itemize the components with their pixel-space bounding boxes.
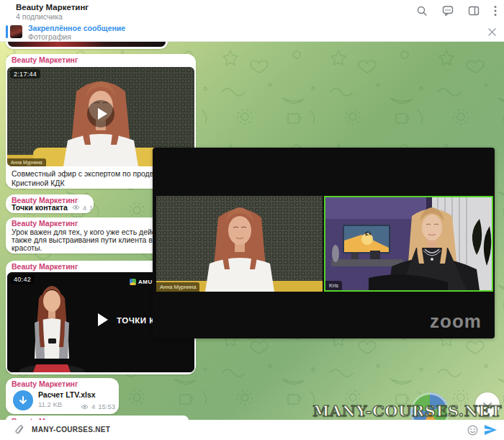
pinned-title: Закреплённое сообщение: [28, 24, 125, 32]
emoji-icon[interactable]: [467, 425, 478, 439]
views-count: 4: [83, 204, 86, 212]
message-file[interactable]: Beauty Маркетинг Расчет LTV.xlsx 11.2 KB…: [6, 378, 119, 414]
pinned-photo-thumbnail: [10, 25, 22, 38]
pinned-message-bar[interactable]: Закреплённое сообщение Фотография: [0, 22, 504, 42]
message-touchpoints[interactable]: Beauty Маркетинг Точки контакта 4 15:53: [6, 194, 94, 213]
file-name[interactable]: Расчет LTV.xlsx: [38, 390, 96, 399]
sender-name[interactable]: Beauty Маркетинг: [12, 262, 78, 271]
pinned-accent-bar: [6, 25, 8, 38]
views-count: 4: [91, 403, 95, 410]
pinned-subtitle: Фотография: [28, 32, 71, 41]
play-button[interactable]: [87, 100, 114, 127]
sender-name[interactable]: Beauty Маркетинг: [12, 219, 78, 228]
message-time: 15:53: [98, 403, 115, 410]
video-duration-badge: 2:17:44: [10, 69, 40, 78]
play-button[interactable]: [98, 313, 108, 326]
message-bold-text: Точки контакта: [12, 203, 68, 212]
sender-name[interactable]: Beauty Маркетинг: [12, 55, 78, 64]
send-button[interactable]: [484, 424, 498, 439]
amu-logo-icon: [130, 279, 136, 285]
zoom-participant-right-active: Kris: [324, 196, 493, 292]
channel-title[interactable]: Beauty Маркетинг: [16, 3, 89, 12]
search-icon[interactable]: [416, 5, 428, 17]
watermark-text: MANY-COURSES.NET: [312, 402, 502, 420]
participant-nametag: Анна Мурнина: [7, 158, 46, 166]
video-duration-badge: 40:42: [10, 274, 35, 284]
views-eye-icon: [81, 404, 89, 410]
participant-nametag: Kris: [325, 281, 342, 290]
participant-nametag: Анна Мурнина: [156, 282, 199, 292]
attach-paperclip-icon[interactable]: [14, 424, 25, 439]
views-eye-icon: [72, 205, 80, 210]
zoom-call-screenshot[interactable]: Анна Мурнина: [153, 148, 495, 338]
telegram-window: Beauty Маркетинг 4 подписчика Закреплённ…: [0, 0, 504, 440]
download-arrow-icon: [18, 395, 28, 405]
download-file-button[interactable]: [13, 390, 33, 410]
message-meta: 4 15:53: [72, 204, 94, 212]
partial-photo-message[interactable]: [6, 42, 168, 49]
chat-area: Beauty Маркетинг: [0, 42, 504, 420]
close-pinned-icon[interactable]: [487, 27, 497, 40]
message-meta: 4 15:53: [81, 403, 115, 410]
sender-name[interactable]: Beauty Маркетинг: [12, 380, 78, 388]
discussion-icon[interactable]: [442, 5, 454, 17]
sidebar-toggle-icon[interactable]: [468, 5, 480, 17]
chat-header: Beauty Маркетинг 4 подписчика: [0, 0, 504, 22]
file-size: 11.2 KB: [38, 400, 62, 408]
message-input[interactable]: MANY-COURSES.NET: [32, 426, 110, 434]
amu-logo: AMU: [130, 279, 153, 285]
zoom-brand-logo: zoom: [430, 310, 482, 333]
menu-kebab-icon[interactable]: [494, 5, 497, 17]
photo-fragment: [8, 42, 166, 47]
zoom-participant-left: Анна Мурнина: [156, 196, 323, 292]
channel-subscribers: 4 подписчика: [16, 12, 63, 21]
message-composer: MANY-COURSES.NET: [0, 420, 504, 440]
